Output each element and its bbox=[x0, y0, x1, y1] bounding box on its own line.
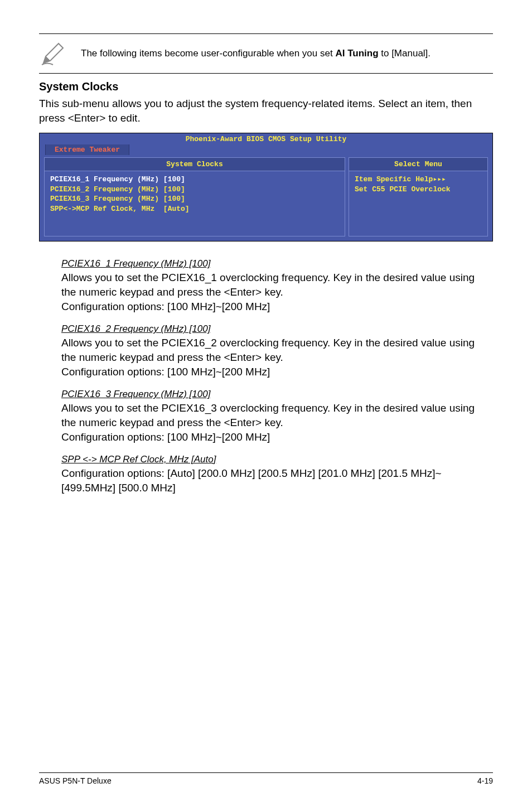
config-item-title: PCIEX16_2 Frequency (MHz) [100] bbox=[61, 323, 482, 335]
config-item-2: PCIEX16_3 Frequency (MHz) [100] Allows y… bbox=[39, 389, 493, 444]
bios-row-1-label: PCIEX16_2 Frequency (MHz) bbox=[50, 185, 159, 194]
bios-right-header: Select Menu bbox=[349, 158, 487, 171]
note-text: The following items become user-configur… bbox=[81, 47, 431, 60]
config-item-body: Allows you to set the PCIEX16_2 overcloc… bbox=[61, 336, 482, 379]
section-description: This sub-menu allows you to adjust the s… bbox=[39, 96, 493, 125]
bios-help-line1: Item Specific Help▸▸▸ bbox=[355, 175, 482, 185]
bios-tab-row: Extreme Tweaker bbox=[40, 144, 492, 157]
note-section: The following items become user-configur… bbox=[39, 33, 493, 74]
footer-right: 4-19 bbox=[477, 776, 493, 785]
bios-title: Phoenix-Award BIOS CMOS Setup Utility bbox=[40, 133, 492, 144]
note-text-after: to [Manual]. bbox=[379, 48, 431, 59]
bios-help-line2: Set C55 PCIE Overclock bbox=[355, 185, 482, 195]
bios-row-2-label: PCIEX16_3 Frequency (MHz) bbox=[50, 195, 159, 203]
bios-left-header: System Clocks bbox=[45, 158, 345, 171]
bios-left-content: PCIEX16_1 Frequency (MHz) [100] PCIEX16_… bbox=[45, 171, 345, 236]
config-item-body: Allows you to set the PCIEX16_1 overcloc… bbox=[61, 270, 482, 313]
note-text-bold: AI Tuning bbox=[335, 48, 378, 59]
bios-right-content: Item Specific Help▸▸▸ Set C55 PCIE Overc… bbox=[349, 171, 487, 216]
config-item-body: Allows you to set the PCIEX16_3 overcloc… bbox=[61, 401, 482, 444]
config-item-title: PCIEX16_1 Frequency (MHz) [100] bbox=[61, 258, 482, 269]
bios-row-1-value: [100] bbox=[163, 185, 185, 194]
config-item-0: PCIEX16_1 Frequency (MHz) [100] Allows y… bbox=[39, 258, 493, 313]
bios-row-3-value: [Auto] bbox=[163, 205, 190, 213]
page-footer: ASUS P5N-T Deluxe 4-19 bbox=[39, 772, 493, 785]
config-item-body: Configuration options: [Auto] [200.0 MHz… bbox=[61, 466, 482, 495]
footer-left: ASUS P5N-T Deluxe bbox=[39, 776, 112, 785]
note-text-before: The following items become user-configur… bbox=[81, 48, 335, 59]
bios-row-0-value: [100] bbox=[163, 175, 185, 183]
bios-screenshot: Phoenix-Award BIOS CMOS Setup Utility Ex… bbox=[39, 133, 493, 241]
bios-row-3-label: SPP<->MCP Ref Clock, MHz bbox=[50, 205, 154, 213]
bios-tab-active: Extreme Tweaker bbox=[45, 144, 129, 155]
config-item-3: SPP <-> MCP Ref Clock, MHz [Auto] Config… bbox=[39, 454, 493, 495]
config-item-title: SPP <-> MCP Ref Clock, MHz [Auto] bbox=[61, 454, 482, 465]
bios-row-2-value: [100] bbox=[163, 195, 185, 203]
pencil-note-icon bbox=[39, 40, 67, 67]
config-item-title: PCIEX16_3 Frequency (MHz) [100] bbox=[61, 389, 482, 400]
bios-row-0-label: PCIEX16_1 Frequency (MHz) bbox=[50, 175, 159, 183]
bios-left-panel: System Clocks PCIEX16_1 Frequency (MHz) … bbox=[44, 157, 345, 236]
config-item-1: PCIEX16_2 Frequency (MHz) [100] Allows y… bbox=[39, 323, 493, 379]
bios-right-panel: Select Menu Item Specific Help▸▸▸ Set C5… bbox=[349, 157, 488, 236]
section-heading: System Clocks bbox=[39, 80, 493, 93]
bios-main-area: System Clocks PCIEX16_1 Frequency (MHz) … bbox=[40, 157, 492, 241]
